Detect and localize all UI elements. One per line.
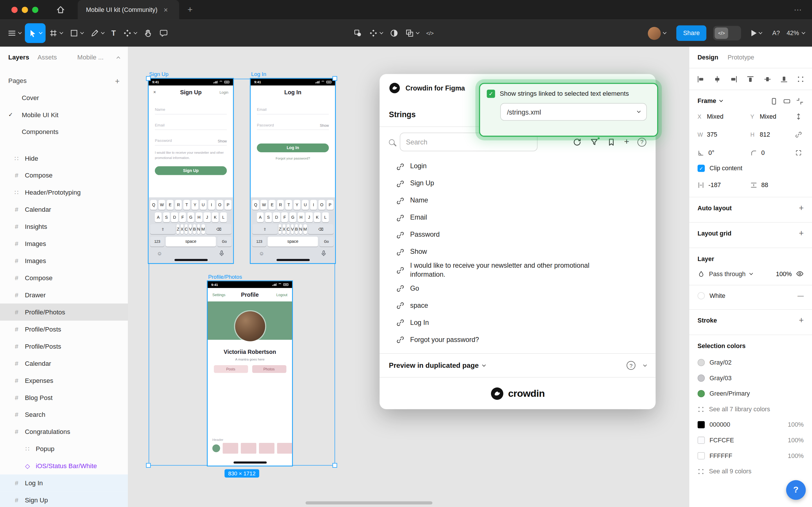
- page-item[interactable]: Cover: [0, 89, 128, 106]
- add-page-button[interactable]: +: [115, 76, 120, 85]
- tab-assets[interactable]: Assets: [38, 54, 57, 61]
- layer-row[interactable]: # Expenses: [0, 372, 128, 389]
- align-v-center-icon[interactable]: [764, 75, 771, 83]
- layer-row[interactable]: # Drawer: [0, 286, 128, 303]
- blend-mode-select[interactable]: Pass through: [709, 270, 746, 277]
- string-row[interactable]: Login: [380, 158, 656, 175]
- logout-link[interactable]: Logout: [276, 293, 287, 297]
- fill-style-row[interactable]: White —: [689, 287, 812, 304]
- resize-to-fit-icon[interactable]: [796, 97, 804, 105]
- tab-layers[interactable]: Layers: [8, 54, 29, 61]
- remove-fill-button[interactable]: —: [798, 292, 804, 299]
- minimize-window-button[interactable]: [22, 7, 28, 13]
- mask-button[interactable]: [350, 23, 366, 43]
- share-button[interactable]: Share: [677, 25, 707, 41]
- create-component-button[interactable]: [366, 23, 386, 43]
- settings-link[interactable]: Settings: [212, 293, 225, 297]
- dev-mode-toggle[interactable]: </>: [713, 26, 741, 40]
- resources-tool-button[interactable]: [119, 23, 140, 43]
- add-layout-grid-button[interactable]: +: [799, 229, 804, 238]
- help-icon[interactable]: ?: [637, 137, 646, 146]
- string-row[interactable]: Log In: [380, 315, 656, 332]
- photos-tab[interactable]: Photos: [252, 365, 286, 373]
- present-button[interactable]: [748, 23, 766, 43]
- show-password-link[interactable]: Show: [218, 139, 227, 143]
- page-item[interactable]: ✓ Mobile UI Kit: [0, 106, 128, 123]
- add-auto-layout-button[interactable]: +: [799, 204, 804, 213]
- filter-button[interactable]: [590, 137, 598, 146]
- layer-row[interactable]: # Log In: [0, 474, 128, 492]
- layer-row[interactable]: ∷ Popup: [0, 440, 128, 457]
- tab-prototype[interactable]: Prototype: [728, 54, 754, 61]
- height-input[interactable]: H812: [749, 128, 792, 141]
- user-avatar[interactable]: [644, 23, 670, 43]
- layer-row[interactable]: # Search: [0, 406, 128, 423]
- show-password-link[interactable]: Show: [320, 124, 329, 128]
- zoom-window-button[interactable]: [32, 7, 38, 13]
- align-h-center-icon[interactable]: [714, 75, 721, 83]
- tab-strings[interactable]: Strings: [389, 110, 416, 119]
- close-tab-icon[interactable]: ×: [164, 6, 168, 14]
- help-icon[interactable]: ?: [627, 361, 635, 370]
- constrain-proportions-icon[interactable]: [795, 131, 802, 138]
- email-field[interactable]: Email: [155, 118, 227, 130]
- email-field[interactable]: Email: [257, 103, 329, 115]
- clip-content-row[interactable]: ✓ Clip content: [689, 160, 812, 173]
- move-tool-button[interactable]: [25, 23, 46, 43]
- selection-handle-nw[interactable]: [146, 76, 151, 80]
- frame-label-profile-photos[interactable]: Profile/Photos: [208, 274, 242, 280]
- layer-row[interactable]: # Congratulations: [0, 423, 128, 440]
- layer-row[interactable]: # Images: [0, 252, 128, 270]
- chevron-down-icon[interactable]: [482, 363, 486, 367]
- align-bottom-icon[interactable]: [780, 75, 788, 83]
- refresh-icon[interactable]: [573, 137, 581, 146]
- log-in-button[interactable]: Log In: [257, 144, 329, 152]
- main-menu-button[interactable]: [4, 23, 25, 43]
- boolean-button[interactable]: [402, 23, 422, 43]
- checkbox-checked-icon[interactable]: ✓: [697, 165, 705, 172]
- login-link[interactable]: Login: [220, 91, 229, 94]
- name-field[interactable]: Name: [155, 103, 227, 115]
- string-row[interactable]: Show: [380, 243, 656, 261]
- forgot-password-link[interactable]: Forgot your password?: [250, 156, 335, 160]
- preview-label[interactable]: Preview in duplicated page: [389, 361, 478, 369]
- horizontal-scrollbar[interactable]: [306, 502, 432, 505]
- align-left-icon[interactable]: [697, 75, 704, 83]
- width-input[interactable]: W375: [697, 128, 746, 141]
- layer-row[interactable]: ◇ iOS/Status Bar/White: [0, 457, 128, 474]
- x-position-input[interactable]: XMixed: [697, 110, 746, 123]
- checkbox-checked-icon[interactable]: ✓: [487, 90, 495, 98]
- posts-tab[interactable]: Posts: [214, 365, 248, 373]
- color-style-row[interactable]: Gray/02: [689, 355, 812, 371]
- layer-row[interactable]: # Profile/Photos: [0, 303, 128, 321]
- layer-row[interactable]: ∷ Header/Prototyping: [0, 184, 128, 201]
- frame-label-sign-up[interactable]: Sign Up: [149, 71, 169, 77]
- layer-row[interactable]: # Profile/Posts: [0, 321, 128, 338]
- hand-tool-button[interactable]: [140, 23, 156, 43]
- frame-label-log-in[interactable]: Log In: [251, 71, 266, 77]
- string-row[interactable]: Email: [380, 209, 656, 226]
- hex-color-row[interactable]: FCFCFE 100%: [689, 433, 812, 448]
- collapse-icon[interactable]: [643, 363, 647, 367]
- layer-row[interactable]: # Compose: [0, 270, 128, 287]
- layer-row[interactable]: # Profile/Posts: [0, 338, 128, 355]
- dev-resources-button[interactable]: </>: [422, 23, 437, 43]
- align-right-icon[interactable]: [730, 75, 738, 83]
- frame-log-in[interactable]: Log In 9:41 Log In Email PasswordShow Lo…: [250, 78, 335, 263]
- language-badge[interactable]: A?: [772, 30, 780, 37]
- hex-color-row[interactable]: FFFFFF 100%: [689, 448, 812, 464]
- file-select[interactable]: /strings.xml: [500, 103, 647, 121]
- see-library-colors-link[interactable]: See all 7 library colors: [689, 401, 812, 417]
- string-row[interactable]: space: [380, 297, 656, 315]
- string-row[interactable]: Name: [380, 192, 656, 209]
- string-row[interactable]: Password: [380, 226, 656, 243]
- tidy-up-icon[interactable]: [797, 75, 804, 83]
- shape-tool-button[interactable]: [66, 23, 87, 43]
- string-row[interactable]: Forgot your password?: [380, 331, 656, 348]
- page-item[interactable]: Components: [0, 123, 128, 140]
- layer-row[interactable]: # Calendar: [0, 355, 128, 372]
- hex-color-row[interactable]: 000000 100%: [689, 417, 812, 433]
- layer-row[interactable]: # Compose: [0, 167, 128, 184]
- visibility-eye-icon[interactable]: [796, 270, 804, 278]
- layer-row[interactable]: # Calendar: [0, 201, 128, 218]
